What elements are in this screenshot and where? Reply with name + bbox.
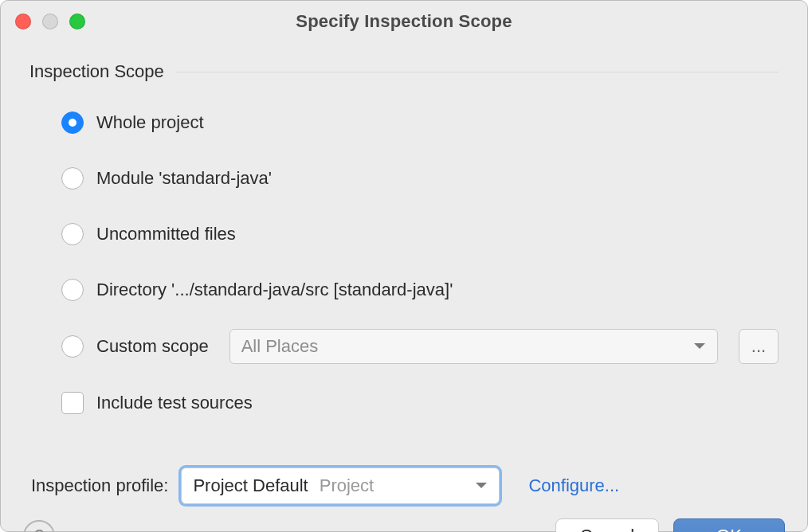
window-controls xyxy=(15,14,85,29)
radio-uncommitted[interactable] xyxy=(61,223,84,245)
chevron-down-icon xyxy=(475,482,488,490)
custom-scope-dropdown[interactable]: All Places xyxy=(229,329,718,364)
zoom-icon[interactable] xyxy=(69,14,85,29)
option-directory[interactable]: Directory '.../standard-java/src [standa… xyxy=(61,273,779,307)
dropdown-value: Project Default xyxy=(193,475,308,496)
radio-label: Directory '.../standard-java/src [standa… xyxy=(96,280,453,300)
checkbox-label: Include test sources xyxy=(96,393,253,413)
section-label: Inspection Scope xyxy=(29,61,164,82)
configure-link[interactable]: Configure... xyxy=(528,475,619,496)
window-title: Specify Inspection Scope xyxy=(296,11,512,32)
inspection-profile-dropdown[interactable]: Project Default Project xyxy=(181,467,500,504)
close-icon[interactable] xyxy=(15,14,31,29)
radio-label: Module 'standard-java' xyxy=(96,168,272,189)
radio-label: Uncommitted files xyxy=(96,224,236,244)
radio-directory[interactable] xyxy=(61,279,84,301)
titlebar: Specify Inspection Scope xyxy=(1,1,807,42)
profile-label: Inspection profile: xyxy=(31,475,168,496)
dialog-window: Specify Inspection Scope Inspection Scop… xyxy=(0,0,808,532)
radio-custom-scope[interactable] xyxy=(61,335,84,358)
minimize-icon xyxy=(42,14,58,29)
chevron-down-icon xyxy=(693,342,706,350)
dropdown-subvalue: Project xyxy=(320,475,468,496)
dialog-content: Inspection Scope Whole project Module 's… xyxy=(1,42,807,504)
checkbox-include-tests[interactable] xyxy=(61,392,84,414)
radio-whole-project[interactable] xyxy=(61,111,84,134)
radio-label: Custom scope xyxy=(96,336,209,357)
option-uncommitted-files[interactable]: Uncommitted files xyxy=(61,217,779,251)
scope-options: Whole project Module 'standard-java' Unc… xyxy=(29,106,779,420)
ellipsis-icon: ... xyxy=(751,336,766,357)
browse-scope-button[interactable]: ... xyxy=(739,329,779,364)
option-whole-project[interactable]: Whole project xyxy=(61,106,779,139)
inspection-profile-row: Inspection profile: Project Default Proj… xyxy=(29,467,779,504)
radio-module[interactable] xyxy=(61,167,84,190)
option-include-test-sources[interactable]: Include test sources xyxy=(61,386,779,420)
dialog-button-bar: ? Cancel OK xyxy=(1,504,807,532)
option-module[interactable]: Module 'standard-java' xyxy=(61,162,779,195)
section-divider xyxy=(175,72,779,72)
cancel-button[interactable]: Cancel xyxy=(555,518,659,532)
ok-button[interactable]: OK xyxy=(673,518,785,532)
help-icon: ? xyxy=(34,526,44,532)
dropdown-value: All Places xyxy=(241,336,319,357)
help-button[interactable]: ? xyxy=(23,520,55,532)
option-custom-scope-row: Custom scope All Places ... xyxy=(61,329,779,364)
section-inspection-scope: Inspection Scope xyxy=(29,61,779,82)
radio-label: Whole project xyxy=(96,112,204,133)
